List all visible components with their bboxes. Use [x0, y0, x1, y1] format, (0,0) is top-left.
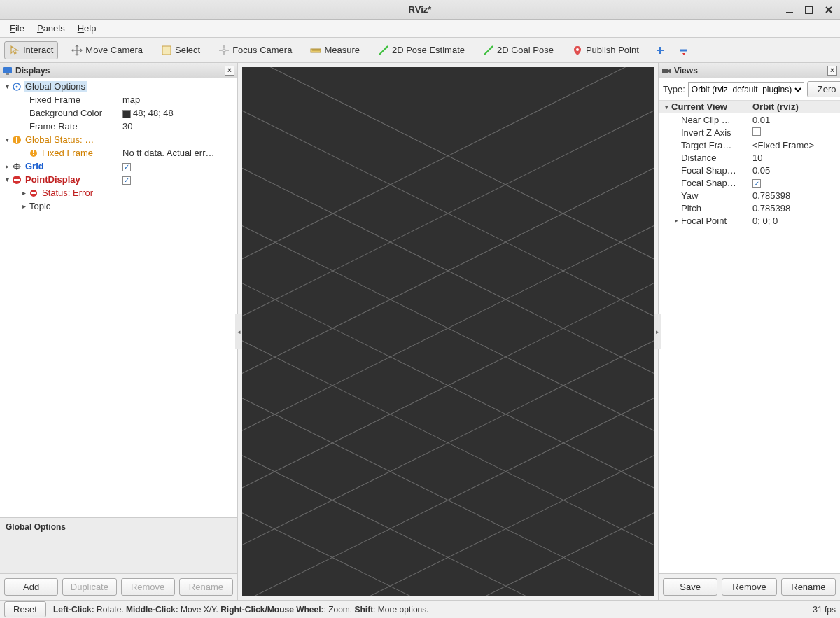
error-icon [28, 188, 39, 199]
displays-tree[interactable]: ▾ Global Options Fixed Frame map Backgro… [0, 78, 237, 517]
tool-move-camera[interactable]: Move Camera [66, 41, 148, 59]
displays-header[interactable]: Displays × [0, 63, 237, 78]
views-row[interactable]: Near Clip …0.01 [659, 113, 840, 126]
svg-line-48 [242, 232, 654, 582]
tree-bg-color[interactable]: Background Color 48; 48; 48 [0, 106, 237, 120]
grid-icon [11, 161, 22, 172]
tree-global-options[interactable]: ▾ Global Options [0, 80, 237, 93]
tool-select[interactable]: Select [156, 41, 205, 59]
measure-icon [310, 45, 321, 56]
grid-checkbox[interactable]: ✓ [122, 161, 131, 171]
add-button[interactable]: Add [4, 578, 58, 596]
svg-rect-1 [806, 6, 813, 13]
tree-status-fixed-frame[interactable]: Fixed Frame No tf data. Actual err… [0, 146, 237, 160]
description-title: Global Options [6, 522, 232, 532]
views-header-left: Current View [671, 101, 727, 112]
svg-rect-35 [33, 154, 34, 155]
maximize-icon[interactable] [802, 4, 816, 15]
tool-interact-label: Interact [23, 45, 53, 55]
svg-line-47 [242, 196, 654, 524]
tool-move-camera-label: Move Camera [85, 45, 143, 55]
menu-file[interactable]: File [4, 21, 30, 36]
camera-icon [662, 66, 671, 76]
tree-frame-rate[interactable]: Frame Rate 30 [0, 120, 237, 133]
svg-rect-42 [31, 192, 36, 194]
viewport-wrap: ◂ ▸ [238, 63, 658, 600]
views-row[interactable]: ▸Focal Point0; 0; 0 [659, 214, 840, 227]
views-header[interactable]: Views × [659, 63, 840, 78]
left-splitter[interactable]: ◂ [235, 314, 242, 349]
frame-rate-value: 30 [122, 121, 132, 132]
description-box: Global Options [0, 517, 237, 573]
tool-publish-point-label: Publish Point [586, 45, 639, 55]
svg-line-52 [242, 67, 654, 295]
duplicate-button[interactable]: Duplicate [62, 578, 116, 596]
views-type-row: Type: Orbit (rviz_default_plugins) Zero [659, 78, 840, 101]
views-rename-button[interactable]: Rename [781, 578, 836, 596]
goal-pose-icon [483, 45, 494, 56]
svg-line-54 [242, 125, 654, 410]
views-row[interactable]: Focal Shap…✓ [659, 176, 840, 189]
menu-panels[interactable]: Panels [31, 21, 71, 36]
displays-close-icon[interactable]: × [225, 66, 234, 76]
tool-publish-point[interactable]: Publish Point [567, 41, 644, 59]
select-icon [161, 45, 172, 56]
checkbox[interactable]: ✓ [752, 179, 761, 188]
views-tree[interactable]: ▾Current View Orbit (rviz) Near Clip …0.… [659, 101, 840, 573]
close-icon[interactable] [822, 4, 836, 15]
3d-viewport[interactable] [242, 67, 654, 596]
fps-label: 31 fps [813, 605, 836, 615]
svg-line-50 [242, 303, 654, 596]
svg-point-29 [16, 85, 18, 87]
views-row-key: Focal Shap… [681, 178, 736, 188]
svg-rect-61 [662, 69, 668, 73]
pointdisplay-checkbox[interactable]: ✓ [122, 174, 131, 185]
grid-3d [242, 67, 654, 596]
right-splitter[interactable]: ▸ [654, 314, 661, 349]
views-row[interactable]: Focal Shap…0.05 [659, 164, 840, 176]
views-row[interactable]: Distance10 [659, 151, 840, 164]
rename-button[interactable]: Rename [179, 578, 233, 596]
focus-camera-icon [218, 45, 230, 56]
views-row-key: Focal Point [681, 216, 727, 226]
views-row[interactable]: Yaw0.785398 [659, 189, 840, 202]
svg-rect-34 [33, 150, 34, 153]
tree-fixed-frame[interactable]: Fixed Frame map [0, 93, 237, 106]
menubar: File Panels Help [0, 20, 840, 38]
tree-global-status[interactable]: ▾ Global Status: … [0, 133, 237, 146]
views-row[interactable]: Invert Z Axis [659, 126, 840, 139]
views-row[interactable]: Pitch0.785398 [659, 202, 840, 214]
warning-icon [11, 134, 22, 146]
menu-help[interactable]: Help [72, 21, 102, 36]
tool-minus[interactable] [676, 41, 692, 59]
displays-buttons: Add Duplicate Remove Rename [0, 573, 237, 600]
svg-line-44 [242, 89, 654, 353]
remove-button[interactable]: Remove [121, 578, 175, 596]
tool-2d-goal-pose[interactable]: 2D Goal Pose [478, 41, 559, 59]
tree-grid[interactable]: ▸ Grid ✓ [0, 160, 237, 173]
views-row[interactable]: Target Fra…<Fixed Frame> [659, 139, 840, 151]
tree-pd-status[interactable]: ▸ Status: Error [0, 186, 237, 199]
tool-focus-camera[interactable]: Focus Camera [214, 41, 297, 59]
views-header-row[interactable]: ▾Current View Orbit (rviz) [659, 101, 840, 113]
plus-icon [654, 45, 666, 56]
views-remove-button[interactable]: Remove [722, 578, 776, 596]
tool-2d-pose-estimate[interactable]: 2D Pose Estimate [373, 41, 470, 59]
views-row-value: 0.785398 [750, 190, 840, 201]
views-row-value: 10 [750, 153, 840, 163]
svg-line-43 [242, 67, 654, 295]
views-close-icon[interactable]: × [827, 66, 837, 76]
views-save-button[interactable]: Save [663, 578, 718, 596]
views-type-select[interactable]: Orbit (rviz_default_plugins) [688, 82, 804, 97]
tool-interact[interactable]: Interact [4, 41, 58, 59]
tool-plus[interactable] [652, 41, 668, 59]
checkbox[interactable] [752, 127, 761, 136]
views-row-value: 0; 0; 0 [750, 216, 840, 226]
reset-button[interactable]: Reset [4, 601, 46, 617]
tree-pd-topic[interactable]: ▸ Topic [0, 199, 237, 213]
tool-measure[interactable]: Measure [305, 41, 365, 59]
tree-pointdisplay[interactable]: ▾ PointDisplay ✓ [0, 173, 237, 186]
zero-button[interactable]: Zero [807, 81, 840, 97]
views-header-right: Orbit (rviz) [750, 101, 840, 112]
minimize-icon[interactable] [783, 4, 797, 15]
